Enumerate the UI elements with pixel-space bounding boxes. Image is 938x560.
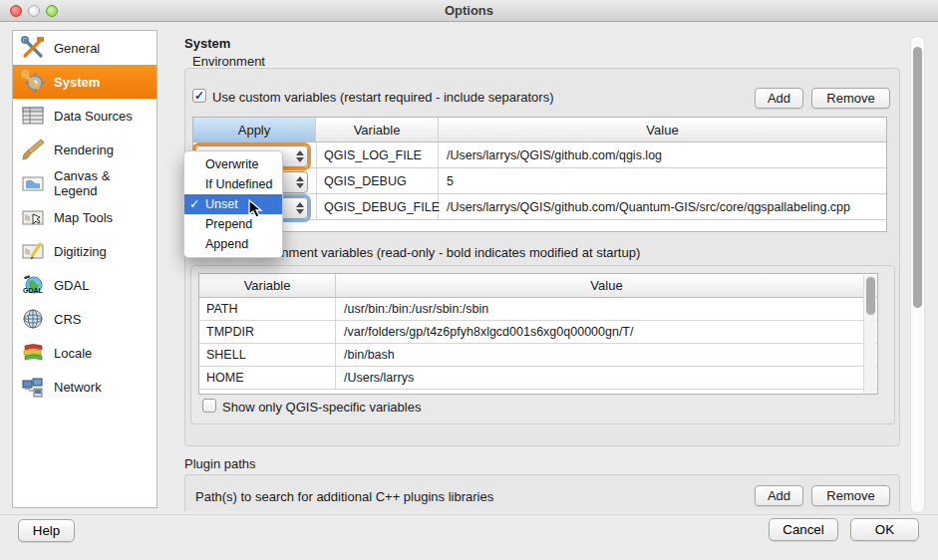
sidebar-item-network[interactable]: Network — [13, 370, 156, 404]
main-scrollbar[interactable] — [910, 36, 925, 513]
help-button[interactable]: Help — [18, 519, 75, 542]
remove-custom-variable-button[interactable]: Remove — [811, 88, 890, 109]
tools-icon — [20, 35, 46, 61]
plugin-paths-group-label: Plugin paths — [184, 456, 256, 471]
custom-variables-table-header: Apply Variable Value — [193, 118, 886, 142]
sidebar-item-rendering[interactable]: Rendering — [13, 133, 156, 166]
add-plugin-path-button[interactable]: Add — [755, 485, 803, 506]
sidebar-item-digitizing[interactable]: Digitizing — [13, 234, 156, 268]
check-icon: ✓ — [189, 194, 199, 214]
sidebar-item-locale[interactable]: Locale — [13, 336, 156, 370]
current-env-table: Variable Value PATH /usr/bin:/bin:/usr/s… — [198, 273, 878, 395]
use-custom-variables-label: Use custom variables (restart required -… — [212, 90, 553, 105]
sidebar-item-label: Rendering — [54, 142, 114, 157]
system-wrench-gear-icon — [20, 69, 46, 95]
environment-group-label: Environment — [192, 54, 265, 69]
paintbrush-icon — [20, 137, 46, 162]
add-custom-variable-button[interactable]: Add — [755, 88, 803, 109]
gdal-globe-icon: GDAL — [20, 272, 46, 298]
cancel-button[interactable]: Cancel — [769, 518, 838, 541]
table-scrollbar-thumb[interactable] — [866, 277, 875, 315]
table-row[interactable]: SHELL /bin/bash — [199, 344, 877, 367]
menu-item-if-undefined[interactable]: If Undefined — [184, 174, 282, 194]
mouse-cursor — [248, 199, 266, 222]
apply-dropdown-menu: Overwrite If Undefined ✓ Unset Prepend A… — [183, 150, 283, 258]
sidebar-item-label: Locale — [54, 346, 92, 361]
sidebar-item-map-tools[interactable]: Map Tools — [13, 200, 156, 234]
plugin-paths-description: Path(s) to search for additional C++ plu… — [195, 489, 493, 504]
remove-plugin-path-button[interactable]: Remove — [811, 485, 890, 506]
sidebar-item-canvas-legend[interactable]: Canvas & Legend — [13, 166, 156, 200]
flags-icon — [20, 340, 46, 366]
table-row[interactable]: PATH /usr/bin:/bin:/usr/sbin:/sbin — [199, 298, 877, 321]
column-header-value[interactable]: Value — [439, 118, 886, 141]
ok-button[interactable]: OK — [850, 518, 919, 541]
computers-icon — [20, 374, 46, 400]
main-scrollbar-thumb[interactable] — [913, 47, 922, 308]
globe-grid-icon — [20, 306, 46, 332]
table-row[interactable]: HOME /Users/larrys — [199, 367, 877, 390]
column-header-apply[interactable]: Apply — [193, 118, 316, 141]
sidebar-item-crs[interactable]: CRS — [13, 302, 156, 336]
window-title: Options — [0, 3, 938, 18]
combo-arrows-icon — [296, 174, 303, 190]
sidebar-item-system[interactable]: System — [13, 65, 156, 99]
sidebar-item-label: System — [54, 75, 100, 90]
sidebar-item-data-sources[interactable]: Data Sources — [13, 99, 156, 133]
current-env-table-header: Variable Value — [199, 274, 877, 298]
map-pencil-icon — [20, 238, 46, 264]
use-custom-variables-checkbox[interactable]: ✓ — [192, 89, 206, 103]
sidebar-item-label: Network — [54, 380, 102, 395]
sidebar-item-label: CRS — [54, 312, 81, 327]
sidebar-item-label: General — [54, 41, 100, 56]
title-bar: Options — [0, 0, 938, 22]
sidebar-item-label: Data Sources — [54, 109, 133, 124]
check-icon: ✓ — [204, 399, 214, 413]
sidebar-item-label: Digitizing — [54, 244, 107, 259]
map-cursor-icon — [20, 204, 46, 230]
column-header-variable[interactable]: Variable — [316, 118, 439, 141]
sidebar-item-general[interactable]: General — [13, 31, 156, 65]
menu-item-unset[interactable]: ✓ Unset — [184, 194, 282, 214]
sidebar-item-label: Map Tools — [54, 210, 113, 225]
svg-text:GDAL: GDAL — [23, 287, 44, 294]
combo-arrows-icon — [296, 200, 303, 216]
menu-item-overwrite[interactable]: Overwrite — [184, 154, 282, 174]
combo-arrows-icon — [296, 148, 303, 164]
check-icon: ✓ — [194, 89, 204, 103]
sidebar-item-label: Canvas & Legend — [54, 168, 156, 198]
sidebar-item-gdal[interactable]: GDAL GDAL — [13, 268, 156, 302]
settings-category-list: General System Data Sources — [12, 30, 157, 508]
footer-divider — [0, 514, 938, 515]
menu-item-prepend[interactable]: Prepend — [184, 214, 282, 234]
page-title: System — [184, 36, 230, 51]
sidebar-item-label: GDAL — [54, 278, 89, 293]
map-canvas-icon — [20, 170, 46, 196]
menu-item-append[interactable]: Append — [184, 234, 282, 254]
show-only-qgis-checkbox[interactable]: ✓ — [202, 399, 216, 413]
column-header-variable[interactable]: Variable — [199, 274, 336, 297]
table-scrollbar[interactable] — [863, 275, 876, 395]
table-row[interactable]: TMPDIR /var/folders/gp/t4z6pfyh8xlgcd001… — [199, 321, 877, 344]
table-icon — [20, 103, 46, 129]
show-only-qgis-label: Show only QGIS-specific variables — [222, 400, 421, 415]
column-header-value[interactable]: Value — [336, 274, 877, 297]
